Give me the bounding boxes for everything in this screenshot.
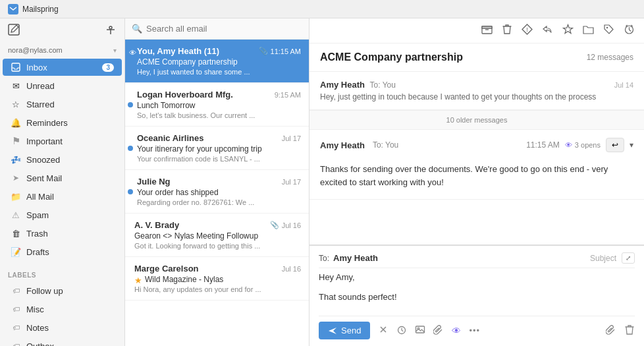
email-item[interactable]: Oceanic Airlines Jul 17 Your itinerary f…: [125, 127, 309, 170]
sidebar-item-reminders[interactable]: 🔔 Reminders: [3, 114, 122, 131]
sidebar-item-unread[interactable]: ✉ Unread: [3, 77, 122, 94]
email-subject: Your order has shipped: [137, 188, 301, 197]
account-email: nora@nylas.com: [8, 46, 63, 54]
tracking-button[interactable]: 👁: [452, 326, 461, 336]
thread-count: 12 messages: [587, 53, 633, 62]
outbox-label: Outbox: [26, 341, 114, 347]
sidebar-item-starred[interactable]: ☆ Starred: [3, 96, 122, 113]
reply-all-button[interactable]: [542, 24, 553, 38]
folder-button[interactable]: [583, 24, 594, 38]
send-icon: [328, 327, 337, 335]
svg-rect-3: [12, 63, 20, 71]
email-subject: Wild Magazine - Nylas: [145, 275, 223, 284]
sidebar-item-drafts[interactable]: 📝 Drafts: [3, 243, 122, 260]
follow-up-icon: 🏷: [11, 285, 21, 296]
search-bar: 🔍: [125, 18, 309, 40]
svg-text:!: !: [526, 26, 528, 33]
attachment-icon: 📎: [270, 221, 279, 229]
compose-button[interactable]: [8, 24, 20, 38]
compose-body[interactable]: Hey Amy, That sounds perfect!: [319, 272, 635, 312]
svg-point-8: [606, 27, 608, 28]
compose-expand-button[interactable]: ⤢: [622, 252, 635, 264]
unread-dot: [128, 146, 133, 151]
sidebar-toolbar: [0, 18, 124, 43]
outbox-icon: 🏷: [11, 341, 21, 346]
account-expand-icon[interactable]: ▾: [113, 47, 117, 54]
compose-to-name: Amy Heath: [333, 253, 378, 263]
older-messages-bar[interactable]: 10 older messages: [309, 110, 644, 130]
messages-area: Amy Heath To: You Jul 14 Hey, just getti…: [309, 72, 644, 245]
email-subject: Gearon <> Nylas Meeting Followup: [134, 231, 301, 241]
tracking-eye-icon: 👁: [565, 141, 572, 149]
snooze-button[interactable]: [624, 24, 635, 38]
email-preview: Got it. Looking forward to getting this …: [134, 242, 301, 250]
all-mail-label: All Mail: [26, 192, 114, 202]
sidebar-item-outbox[interactable]: 🏷 Outbox: [3, 337, 122, 346]
message-summary[interactable]: Amy Heath To: You Jul 14 Hey, just getti…: [309, 72, 644, 110]
compose-delete-button[interactable]: [624, 324, 635, 337]
svg-point-2: [109, 26, 112, 29]
reminders-label: Reminders: [26, 118, 114, 128]
compose-to-label: To:: [319, 254, 329, 263]
send-button[interactable]: Send: [319, 322, 370, 339]
email-time: Jul 16: [282, 265, 301, 273]
star-button[interactable]: [562, 24, 574, 38]
sidebar-item-follow-up[interactable]: 🏷 Follow up: [3, 282, 122, 299]
email-subject: ACME Company partnership: [137, 57, 301, 67]
detail-toolbar: !: [309, 18, 644, 43]
email-item[interactable]: Julie Ng Jul 17 Your order has shipped R…: [125, 170, 309, 214]
email-item[interactable]: Logan Hoverboard Mfg. 9:15 AM Lunch Tomo…: [125, 83, 309, 127]
starred-label: Starred: [26, 100, 114, 109]
expanded-time: 11:15 AM: [526, 140, 560, 150]
sidebar-item-trash[interactable]: 🗑 Trash: [3, 225, 122, 242]
filter-button[interactable]: [105, 24, 117, 38]
message-body: Thanks for sending over the documents. W…: [309, 160, 644, 199]
email-sender: Oceanic Airlines: [137, 133, 203, 143]
spam-icon: ⚠: [11, 210, 21, 220]
drafts-label: Drafts: [26, 247, 114, 257]
email-item[interactable]: Marge Carelson Jul 16 ★ Wild Magazine - …: [125, 257, 309, 301]
tag-button[interactable]: [603, 24, 614, 38]
inbox-label: Inbox: [26, 63, 102, 72]
schedule-button[interactable]: [396, 324, 407, 337]
spam-button[interactable]: !: [522, 24, 533, 38]
compose-toolbar: Send 👁 •••: [319, 316, 635, 339]
reminders-icon: 🔔: [11, 117, 21, 128]
email-list: 🔍 👁 You, Amy Heath (11) 📎 11:15 AM ACME …: [125, 18, 309, 346]
sidebar-item-misc[interactable]: 🏷 Misc: [3, 301, 122, 318]
sidebar-item-spam[interactable]: ⚠ Spam: [3, 206, 122, 223]
compose-to-value: Amy Heath: [333, 253, 590, 263]
expanded-to: To: You: [373, 140, 398, 150]
notes-icon: 🏷: [11, 322, 21, 333]
email-time: Jul 17: [282, 178, 301, 186]
starred-icon: ☆: [11, 99, 21, 109]
email-item[interactable]: A. V. Brady 📎 Jul 16 Gearon <> Nylas Mee…: [125, 214, 309, 257]
compose-attachment-right-button[interactable]: [606, 324, 616, 337]
image-button[interactable]: [415, 324, 425, 337]
email-subject: Your itinerary for your upcoming trip: [137, 144, 301, 154]
msg-date: Jul 14: [614, 81, 633, 89]
more-compose-button[interactable]: •••: [469, 326, 480, 335]
sidebar-item-snoozed[interactable]: 💤 Snoozed: [3, 151, 122, 168]
sidebar-item-sent-mail[interactable]: ➤ Sent Mail: [3, 169, 122, 187]
compose-area: To: Amy Heath Subject ⤢ Hey Amy, That so…: [309, 245, 644, 346]
email-item[interactable]: 👁 You, Amy Heath (11) 📎 11:15 AM ACME Co…: [125, 40, 309, 83]
email-preview: Hi Nora, any updates on your end for ...: [134, 285, 301, 293]
delete-button[interactable]: [502, 24, 512, 38]
labels-section-header: Labels: [0, 266, 124, 281]
sidebar-item-notes[interactable]: 🏷 Notes: [3, 319, 122, 336]
reply-button[interactable]: ↩: [606, 138, 624, 152]
search-input[interactable]: [146, 24, 302, 34]
archive-button[interactable]: [481, 24, 493, 38]
email-sender: Julie Ng: [137, 177, 171, 187]
message-expand-button[interactable]: ▾: [630, 140, 633, 150]
attachment-compose-button[interactable]: [433, 324, 444, 337]
compose-to-row: To: Amy Heath Subject ⤢: [319, 252, 635, 268]
discard-button[interactable]: [378, 324, 389, 337]
sidebar-item-all-mail[interactable]: 📁 All Mail: [3, 188, 122, 205]
unread-dot: [128, 189, 133, 194]
sidebar-item-important[interactable]: ⚑ Important: [3, 132, 122, 150]
email-sender: Marge Carelson: [134, 264, 199, 274]
unread-icon: ✉: [11, 80, 21, 91]
sidebar-item-inbox[interactable]: Inbox 3: [3, 59, 122, 76]
